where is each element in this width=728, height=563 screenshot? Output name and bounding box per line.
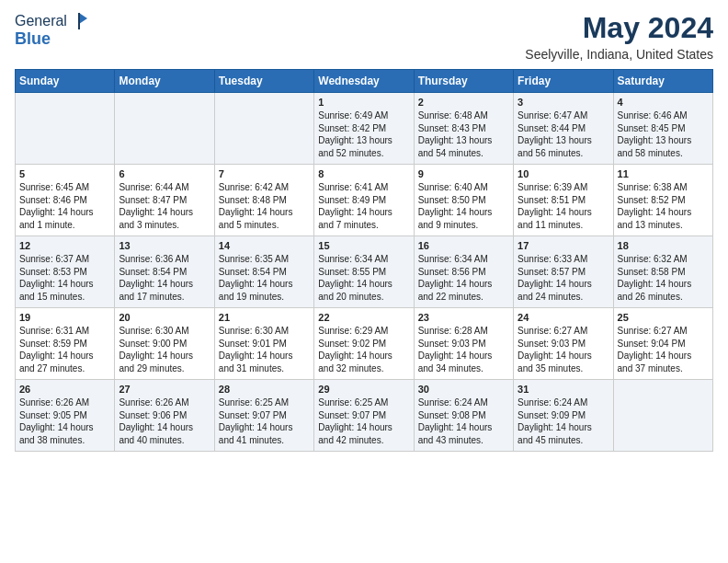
day-number: 1 (318, 97, 409, 108)
calendar-cell: 3Sunrise: 6:47 AM Sunset: 8:44 PM Daylig… (514, 93, 613, 165)
day-number: 17 (518, 240, 609, 251)
page: General Blue May 2024 Seelyville, Indian… (0, 0, 728, 563)
logo-icon (69, 11, 89, 31)
day-number: 22 (318, 312, 409, 323)
calendar-cell: 11Sunrise: 6:38 AM Sunset: 8:52 PM Dayli… (613, 165, 712, 236)
calendar-cell: 4Sunrise: 6:46 AM Sunset: 8:45 PM Daylig… (613, 93, 712, 165)
day-number: 8 (318, 168, 409, 179)
calendar-cell: 8Sunrise: 6:41 AM Sunset: 8:49 PM Daylig… (314, 165, 414, 236)
day-number: 11 (618, 168, 709, 179)
day-info: Sunrise: 6:48 AM Sunset: 8:43 PM Dayligh… (418, 109, 509, 159)
calendar-cell: 24Sunrise: 6:27 AM Sunset: 9:03 PM Dayli… (514, 308, 613, 380)
day-info: Sunrise: 6:27 AM Sunset: 9:03 PM Dayligh… (518, 325, 609, 374)
day-number: 14 (219, 240, 310, 251)
day-number: 21 (219, 312, 310, 323)
day-info: Sunrise: 6:49 AM Sunset: 8:42 PM Dayligh… (318, 109, 409, 159)
calendar-cell: 7Sunrise: 6:42 AM Sunset: 8:48 PM Daylig… (214, 165, 313, 236)
calendar-cell: 25Sunrise: 6:27 AM Sunset: 9:04 PM Dayli… (613, 308, 712, 380)
header: General Blue May 2024 Seelyville, Indian… (15, 11, 713, 62)
day-number: 15 (318, 240, 409, 251)
day-info: Sunrise: 6:44 AM Sunset: 8:47 PM Dayligh… (119, 181, 210, 231)
day-number: 28 (219, 384, 310, 395)
day-info: Sunrise: 6:30 AM Sunset: 9:00 PM Dayligh… (119, 325, 210, 374)
day-info: Sunrise: 6:33 AM Sunset: 8:57 PM Dayligh… (518, 253, 609, 303)
week-row-5: 26Sunrise: 6:26 AM Sunset: 9:05 PM Dayli… (16, 380, 713, 452)
col-header-tuesday: Tuesday (214, 70, 313, 93)
col-header-saturday: Saturday (613, 70, 712, 93)
week-row-3: 12Sunrise: 6:37 AM Sunset: 8:53 PM Dayli… (16, 236, 713, 308)
day-number: 9 (418, 168, 509, 179)
day-info: Sunrise: 6:32 AM Sunset: 8:58 PM Dayligh… (618, 253, 709, 303)
col-header-sunday: Sunday (16, 70, 115, 93)
day-info: Sunrise: 6:31 AM Sunset: 8:59 PM Dayligh… (19, 325, 110, 374)
day-number: 29 (318, 384, 409, 395)
day-info: Sunrise: 6:37 AM Sunset: 8:53 PM Dayligh… (19, 253, 110, 303)
calendar-cell: 13Sunrise: 6:36 AM Sunset: 8:54 PM Dayli… (115, 236, 214, 308)
calendar-cell: 16Sunrise: 6:34 AM Sunset: 8:56 PM Dayli… (414, 236, 513, 308)
logo: General Blue (15, 11, 89, 49)
calendar-cell: 1Sunrise: 6:49 AM Sunset: 8:42 PM Daylig… (314, 93, 414, 165)
week-row-1: 1Sunrise: 6:49 AM Sunset: 8:42 PM Daylig… (16, 93, 713, 165)
day-info: Sunrise: 6:39 AM Sunset: 8:51 PM Dayligh… (518, 181, 609, 231)
calendar-cell: 14Sunrise: 6:35 AM Sunset: 8:54 PM Dayli… (214, 236, 313, 308)
day-info: Sunrise: 6:28 AM Sunset: 9:03 PM Dayligh… (418, 325, 509, 374)
main-title: May 2024 (525, 11, 713, 45)
svg-rect-1 (78, 13, 80, 29)
calendar-cell: 22Sunrise: 6:29 AM Sunset: 9:02 PM Dayli… (314, 308, 414, 380)
day-info: Sunrise: 6:36 AM Sunset: 8:54 PM Dayligh… (119, 253, 210, 303)
calendar-cell: 28Sunrise: 6:25 AM Sunset: 9:07 PM Dayli… (214, 380, 313, 452)
col-header-thursday: Thursday (414, 70, 513, 93)
day-number: 6 (119, 168, 210, 179)
calendar-cell: 6Sunrise: 6:44 AM Sunset: 8:47 PM Daylig… (115, 165, 214, 236)
day-info: Sunrise: 6:26 AM Sunset: 9:06 PM Dayligh… (119, 396, 210, 446)
calendar-cell: 23Sunrise: 6:28 AM Sunset: 9:03 PM Dayli… (414, 308, 513, 380)
day-info: Sunrise: 6:25 AM Sunset: 9:07 PM Dayligh… (219, 396, 310, 446)
week-row-2: 5Sunrise: 6:45 AM Sunset: 8:46 PM Daylig… (16, 165, 713, 236)
calendar-cell: 10Sunrise: 6:39 AM Sunset: 8:51 PM Dayli… (514, 165, 613, 236)
calendar-cell: 17Sunrise: 6:33 AM Sunset: 8:57 PM Dayli… (514, 236, 613, 308)
day-number: 5 (19, 168, 110, 179)
calendar-cell: 19Sunrise: 6:31 AM Sunset: 8:59 PM Dayli… (16, 308, 115, 380)
calendar-table: SundayMondayTuesdayWednesdayThursdayFrid… (15, 69, 713, 452)
day-info: Sunrise: 6:24 AM Sunset: 9:09 PM Dayligh… (518, 396, 609, 446)
day-info: Sunrise: 6:24 AM Sunset: 9:08 PM Dayligh… (418, 396, 509, 446)
day-number: 4 (618, 97, 709, 108)
day-number: 19 (19, 312, 110, 323)
day-number: 2 (418, 97, 509, 108)
calendar-cell (613, 380, 712, 452)
col-header-monday: Monday (115, 70, 214, 93)
day-info: Sunrise: 6:34 AM Sunset: 8:56 PM Dayligh… (418, 253, 509, 303)
day-info: Sunrise: 6:26 AM Sunset: 9:05 PM Dayligh… (19, 396, 110, 446)
day-number: 12 (19, 240, 110, 251)
day-info: Sunrise: 6:29 AM Sunset: 9:02 PM Dayligh… (318, 325, 409, 374)
day-number: 27 (119, 384, 210, 395)
calendar-cell: 30Sunrise: 6:24 AM Sunset: 9:08 PM Dayli… (414, 380, 513, 452)
day-number: 31 (518, 384, 609, 395)
day-number: 16 (418, 240, 509, 251)
day-number: 24 (518, 312, 609, 323)
calendar-cell: 9Sunrise: 6:40 AM Sunset: 8:50 PM Daylig… (414, 165, 513, 236)
day-number: 3 (518, 97, 609, 108)
day-number: 23 (418, 312, 509, 323)
day-info: Sunrise: 6:34 AM Sunset: 8:55 PM Dayligh… (318, 253, 409, 303)
day-number: 25 (618, 312, 709, 323)
day-info: Sunrise: 6:41 AM Sunset: 8:49 PM Dayligh… (318, 181, 409, 231)
day-info: Sunrise: 6:45 AM Sunset: 8:46 PM Dayligh… (19, 181, 110, 231)
header-row: SundayMondayTuesdayWednesdayThursdayFrid… (16, 70, 713, 93)
calendar-cell: 31Sunrise: 6:24 AM Sunset: 9:09 PM Dayli… (514, 380, 613, 452)
day-info: Sunrise: 6:47 AM Sunset: 8:44 PM Dayligh… (518, 109, 609, 159)
calendar-cell: 2Sunrise: 6:48 AM Sunset: 8:43 PM Daylig… (414, 93, 513, 165)
col-header-wednesday: Wednesday (314, 70, 414, 93)
day-number: 7 (219, 168, 310, 179)
logo-general-text: General (15, 13, 67, 29)
day-info: Sunrise: 6:35 AM Sunset: 8:54 PM Dayligh… (219, 253, 310, 303)
week-row-4: 19Sunrise: 6:31 AM Sunset: 8:59 PM Dayli… (16, 308, 713, 380)
day-number: 10 (518, 168, 609, 179)
calendar-cell: 5Sunrise: 6:45 AM Sunset: 8:46 PM Daylig… (16, 165, 115, 236)
day-number: 13 (119, 240, 210, 251)
day-info: Sunrise: 6:25 AM Sunset: 9:07 PM Dayligh… (318, 396, 409, 446)
calendar-cell: 15Sunrise: 6:34 AM Sunset: 8:55 PM Dayli… (314, 236, 414, 308)
calendar-cell (16, 93, 115, 165)
day-number: 20 (119, 312, 210, 323)
day-number: 18 (618, 240, 709, 251)
